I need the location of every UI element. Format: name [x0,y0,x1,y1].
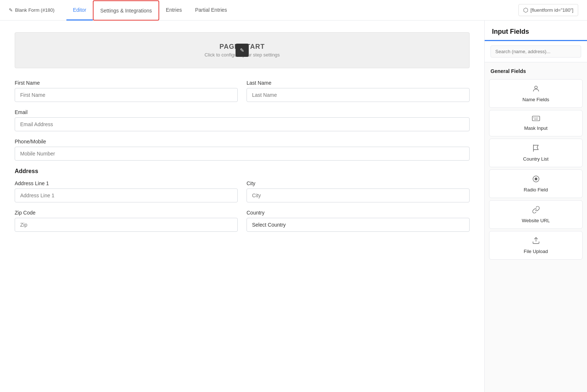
sidebar-search-area [485,41,587,62]
phone-label: Phone/Mobile [15,139,470,144]
field-card-country-list[interactable]: Country List [489,139,583,167]
country-select[interactable]: Select Country [247,218,470,232]
edit-page-button[interactable]: ✎ [236,44,249,57]
flag-icon [532,144,540,154]
person-icon [532,85,540,95]
first-name-label: First Name [15,80,238,86]
shortcode-icon: ⬡ [523,7,528,14]
zip-group: Zip Code [15,210,238,232]
field-card-radio-field-label: Radio Field [524,187,548,193]
email-label: Email [15,109,470,115]
name-row: First Name Last Name [15,80,470,102]
tab-settings-integrations[interactable]: Settings & Integrations [93,0,159,21]
phone-group: Phone/Mobile [15,139,470,161]
main-layout: PAGE START Click to configure your step … [0,21,587,392]
city-input[interactable] [247,188,470,202]
field-card-website-url-label: Website URL [522,218,550,223]
right-sidebar: Input Fields General Fields Name Fields [484,21,587,392]
field-card-name-fields[interactable]: Name Fields [489,79,583,108]
email-group: Email [15,109,470,131]
tab-partial-entries[interactable]: Partial Entries [189,0,234,21]
field-card-file-upload[interactable]: File Upload [489,231,583,260]
form-editor: PAGE START Click to configure your step … [0,21,484,392]
country-label: Country [247,210,470,216]
address-line1-label: Address Line 1 [15,180,238,186]
shortcode-text: [fluentform id="180"] [531,7,573,13]
city-label: City [247,180,470,186]
svg-point-9 [535,177,537,180]
link-icon [532,206,540,216]
form-title: ✎ Blank Form (#180) [9,7,55,13]
email-row: Email [15,109,470,131]
last-name-group: Last Name [247,80,470,102]
nav-tabs: Editor Settings & Integrations Entries P… [66,0,234,20]
address-section-label: Address [15,168,470,175]
first-name-group: First Name [15,80,238,102]
field-card-website-url[interactable]: Website URL [489,200,583,229]
sidebar-section-title: General Fields [485,62,587,77]
top-nav: ✎ Blank Form (#180) Editor Settings & In… [0,0,587,21]
country-group: Country Select Country [247,210,470,232]
zip-country-row: Zip Code Country Select Country [15,210,470,232]
field-card-name-fields-label: Name Fields [522,97,549,102]
field-card-radio-field[interactable]: Radio Field [489,169,583,198]
address-city-row: Address Line 1 City [15,180,470,202]
field-card-mask-input-label: Mask Input [524,125,548,131]
tab-entries[interactable]: Entries [159,0,189,21]
first-name-input[interactable] [15,88,238,102]
email-input[interactable] [15,117,470,131]
address-line1-group: Address Line 1 [15,180,238,202]
city-group: City [247,180,470,202]
radio-icon [532,175,540,185]
form-icon: ✎ [9,7,13,13]
svg-rect-1 [532,116,539,121]
upload-icon [532,237,540,246]
page-start-banner[interactable]: PAGE START Click to configure your step … [15,32,470,68]
zip-label: Zip Code [15,210,238,216]
address-line1-input[interactable] [15,188,238,202]
keyboard-icon [532,116,540,123]
field-card-country-list-label: Country List [523,156,548,162]
last-name-input[interactable] [247,88,470,102]
last-name-label: Last Name [247,80,470,86]
shortcode-display: ⬡ [fluentform id="180"] [518,4,578,16]
field-card-mask-input[interactable]: Mask Input [489,110,583,136]
sidebar-search-input[interactable] [491,45,581,58]
tab-editor[interactable]: Editor [66,0,93,21]
field-card-file-upload-label: File Upload [524,249,548,254]
svg-point-0 [535,86,537,89]
form-title-text: Blank Form (#180) [15,7,55,13]
zip-input[interactable] [15,218,238,232]
sidebar-header: Input Fields [485,21,587,41]
phone-input[interactable] [15,147,470,161]
phone-row: Phone/Mobile [15,139,470,161]
